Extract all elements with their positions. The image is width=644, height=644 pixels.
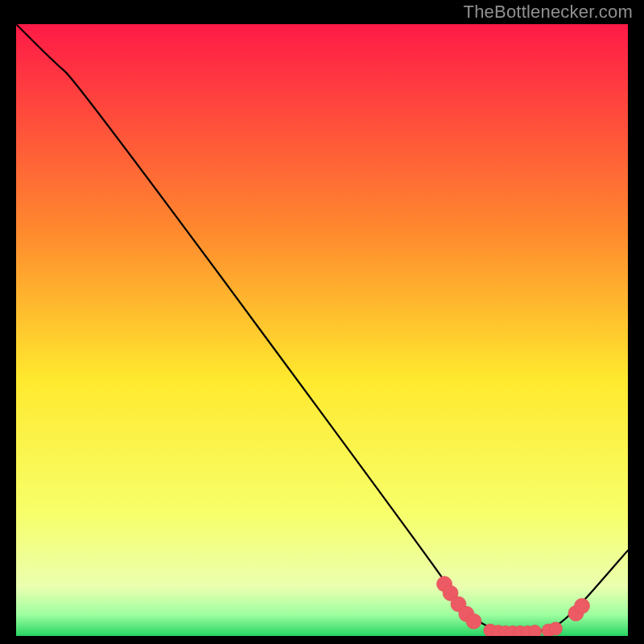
chart-plot-area <box>16 24 628 636</box>
curve-marker <box>466 613 481 629</box>
chart-stage: TheBottlenecker.com <box>0 0 644 644</box>
curve-marker <box>574 598 589 613</box>
gradient-background <box>16 24 628 636</box>
curve-marker <box>528 625 541 636</box>
chart-svg <box>16 24 628 636</box>
curve-marker <box>549 622 562 635</box>
attribution-text: TheBottlenecker.com <box>464 2 633 23</box>
